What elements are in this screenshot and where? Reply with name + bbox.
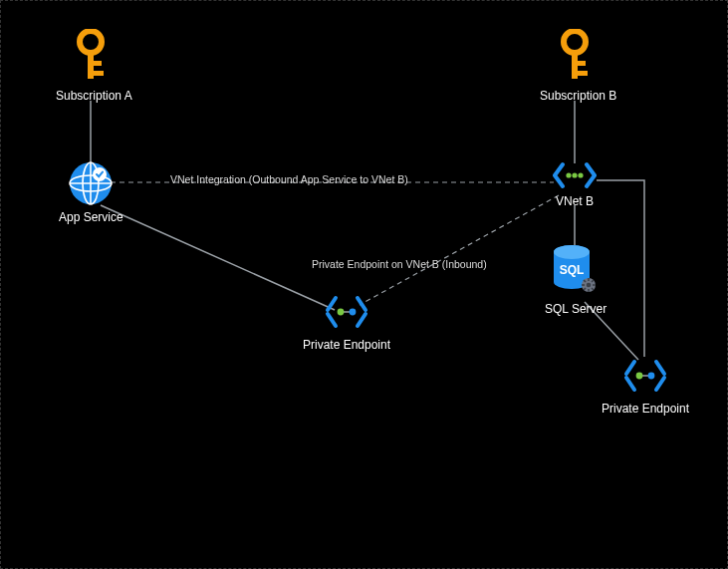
key-icon <box>56 29 125 85</box>
private-endpoint-icon <box>302 290 391 334</box>
sql-server-icon: SQL <box>545 244 605 298</box>
vnet-icon <box>551 160 599 190</box>
node-private-endpoint-b[interactable]: Private Endpoint <box>601 354 690 416</box>
edge-app-to-pe-a <box>101 205 335 310</box>
node-subscription-a[interactable]: Subscription A <box>56 29 125 103</box>
svg-text:SQL: SQL <box>560 263 585 277</box>
svg-rect-3 <box>94 71 104 76</box>
node-label: App Service <box>59 210 122 224</box>
svg-rect-6 <box>578 61 586 66</box>
node-app-service[interactable]: App Service <box>59 160 122 224</box>
node-label: Subscription B <box>540 89 609 103</box>
node-label: SQL Server <box>545 302 605 316</box>
edge-label-vnet-integration: VNet Integration (Outbound App Service t… <box>170 173 408 185</box>
diagram-canvas: VNet Integration (Outbound App Service t… <box>0 0 728 569</box>
svg-point-15 <box>572 172 577 177</box>
node-subscription-b[interactable]: Subscription B <box>540 29 609 103</box>
node-vnet-b[interactable]: VNet B <box>551 160 599 208</box>
private-endpoint-icon <box>601 354 690 398</box>
svg-rect-2 <box>94 61 102 66</box>
svg-point-35 <box>648 373 655 380</box>
node-label: VNet B <box>551 194 599 208</box>
svg-rect-5 <box>572 51 578 79</box>
svg-point-32 <box>350 309 357 316</box>
node-private-endpoint-a[interactable]: Private Endpoint <box>302 290 391 352</box>
svg-rect-7 <box>578 71 588 76</box>
svg-point-34 <box>636 373 643 380</box>
node-label: Private Endpoint <box>302 338 391 352</box>
node-label: Subscription A <box>56 89 125 103</box>
node-label: Private Endpoint <box>601 402 690 416</box>
svg-point-31 <box>338 309 345 316</box>
svg-point-21 <box>587 283 592 288</box>
svg-point-4 <box>564 31 586 53</box>
svg-point-18 <box>554 245 590 259</box>
app-service-icon <box>59 160 122 206</box>
svg-rect-1 <box>88 51 94 79</box>
svg-point-14 <box>566 172 571 177</box>
edge-label-pe-inbound: Private Endpoint on VNet B (Inbound) <box>312 258 487 270</box>
edge-pe-inbound <box>360 195 559 305</box>
node-sql-server[interactable]: SQL SQL Server <box>545 244 605 316</box>
svg-point-16 <box>578 172 583 177</box>
svg-point-0 <box>80 31 102 53</box>
key-icon <box>540 29 609 85</box>
